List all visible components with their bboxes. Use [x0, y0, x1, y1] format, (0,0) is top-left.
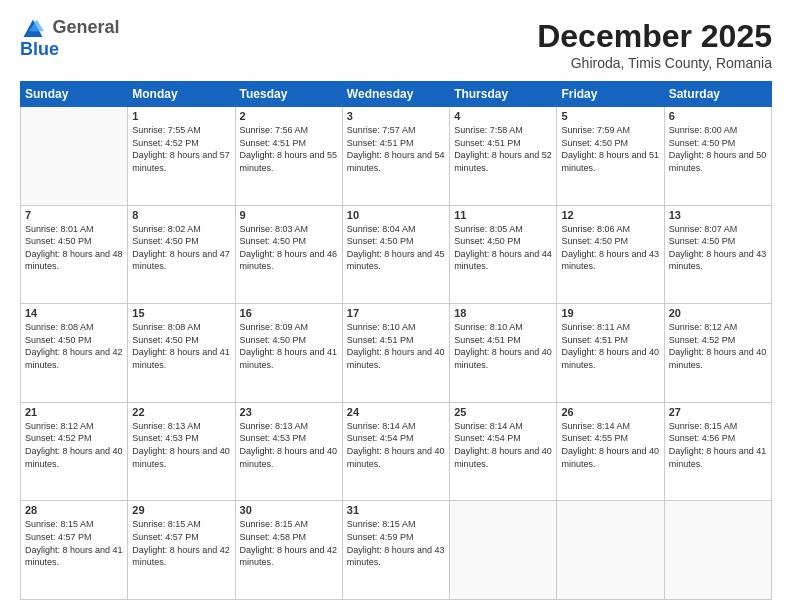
day-info: Sunrise: 7:59 AMSunset: 4:50 PMDaylight:… [561, 124, 659, 174]
week-row-2: 7Sunrise: 8:01 AMSunset: 4:50 PMDaylight… [21, 205, 772, 304]
day-info: Sunrise: 8:00 AMSunset: 4:50 PMDaylight:… [669, 124, 767, 174]
day-cell: 30Sunrise: 8:15 AMSunset: 4:58 PMDayligh… [235, 501, 342, 600]
day-number: 30 [240, 504, 338, 516]
day-info: Sunrise: 7:56 AMSunset: 4:51 PMDaylight:… [240, 124, 338, 174]
day-info: Sunrise: 8:15 AMSunset: 4:57 PMDaylight:… [25, 518, 123, 568]
day-info: Sunrise: 8:15 AMSunset: 4:59 PMDaylight:… [347, 518, 445, 568]
day-cell: 11Sunrise: 8:05 AMSunset: 4:50 PMDayligh… [450, 205, 557, 304]
col-header-friday: Friday [557, 82, 664, 107]
day-info: Sunrise: 8:10 AMSunset: 4:51 PMDaylight:… [454, 321, 552, 371]
day-number: 21 [25, 406, 123, 418]
day-info: Sunrise: 8:08 AMSunset: 4:50 PMDaylight:… [132, 321, 230, 371]
day-number: 14 [25, 307, 123, 319]
day-cell: 2Sunrise: 7:56 AMSunset: 4:51 PMDaylight… [235, 107, 342, 206]
logo-icon [22, 18, 44, 40]
day-info: Sunrise: 8:15 AMSunset: 4:56 PMDaylight:… [669, 420, 767, 470]
day-number: 26 [561, 406, 659, 418]
col-header-wednesday: Wednesday [342, 82, 449, 107]
week-row-5: 28Sunrise: 8:15 AMSunset: 4:57 PMDayligh… [21, 501, 772, 600]
day-info: Sunrise: 8:05 AMSunset: 4:50 PMDaylight:… [454, 223, 552, 273]
day-cell: 5Sunrise: 7:59 AMSunset: 4:50 PMDaylight… [557, 107, 664, 206]
col-header-sunday: Sunday [21, 82, 128, 107]
day-info: Sunrise: 8:13 AMSunset: 4:53 PMDaylight:… [132, 420, 230, 470]
logo: General Blue [20, 18, 120, 60]
day-cell: 10Sunrise: 8:04 AMSunset: 4:50 PMDayligh… [342, 205, 449, 304]
day-cell: 9Sunrise: 8:03 AMSunset: 4:50 PMDaylight… [235, 205, 342, 304]
day-cell [664, 501, 771, 600]
day-number: 31 [347, 504, 445, 516]
day-cell: 31Sunrise: 8:15 AMSunset: 4:59 PMDayligh… [342, 501, 449, 600]
day-cell: 4Sunrise: 7:58 AMSunset: 4:51 PMDaylight… [450, 107, 557, 206]
day-cell: 14Sunrise: 8:08 AMSunset: 4:50 PMDayligh… [21, 304, 128, 403]
location: Ghiroda, Timis County, Romania [537, 55, 772, 71]
logo-general: General [52, 17, 119, 37]
day-cell: 16Sunrise: 8:09 AMSunset: 4:50 PMDayligh… [235, 304, 342, 403]
day-cell: 25Sunrise: 8:14 AMSunset: 4:54 PMDayligh… [450, 402, 557, 501]
header: General Blue December 2025 Ghiroda, Timi… [20, 18, 772, 71]
day-number: 6 [669, 110, 767, 122]
day-cell: 19Sunrise: 8:11 AMSunset: 4:51 PMDayligh… [557, 304, 664, 403]
day-info: Sunrise: 8:15 AMSunset: 4:57 PMDaylight:… [132, 518, 230, 568]
day-cell: 13Sunrise: 8:07 AMSunset: 4:50 PMDayligh… [664, 205, 771, 304]
week-row-1: 1Sunrise: 7:55 AMSunset: 4:52 PMDaylight… [21, 107, 772, 206]
day-number: 12 [561, 209, 659, 221]
day-number: 24 [347, 406, 445, 418]
day-number: 8 [132, 209, 230, 221]
day-info: Sunrise: 8:08 AMSunset: 4:50 PMDaylight:… [25, 321, 123, 371]
day-info: Sunrise: 8:12 AMSunset: 4:52 PMDaylight:… [25, 420, 123, 470]
day-cell: 28Sunrise: 8:15 AMSunset: 4:57 PMDayligh… [21, 501, 128, 600]
day-number: 10 [347, 209, 445, 221]
day-cell: 24Sunrise: 8:14 AMSunset: 4:54 PMDayligh… [342, 402, 449, 501]
day-cell: 1Sunrise: 7:55 AMSunset: 4:52 PMDaylight… [128, 107, 235, 206]
day-cell [557, 501, 664, 600]
day-cell: 18Sunrise: 8:10 AMSunset: 4:51 PMDayligh… [450, 304, 557, 403]
col-header-monday: Monday [128, 82, 235, 107]
title-block: December 2025 Ghiroda, Timis County, Rom… [537, 18, 772, 71]
day-number: 2 [240, 110, 338, 122]
day-info: Sunrise: 8:14 AMSunset: 4:55 PMDaylight:… [561, 420, 659, 470]
day-info: Sunrise: 8:06 AMSunset: 4:50 PMDaylight:… [561, 223, 659, 273]
day-number: 28 [25, 504, 123, 516]
day-number: 27 [669, 406, 767, 418]
calendar-table: SundayMondayTuesdayWednesdayThursdayFrid… [20, 81, 772, 600]
day-info: Sunrise: 7:58 AMSunset: 4:51 PMDaylight:… [454, 124, 552, 174]
day-cell: 7Sunrise: 8:01 AMSunset: 4:50 PMDaylight… [21, 205, 128, 304]
day-info: Sunrise: 8:14 AMSunset: 4:54 PMDaylight:… [347, 420, 445, 470]
day-cell: 15Sunrise: 8:08 AMSunset: 4:50 PMDayligh… [128, 304, 235, 403]
day-cell: 27Sunrise: 8:15 AMSunset: 4:56 PMDayligh… [664, 402, 771, 501]
month-year: December 2025 [537, 18, 772, 55]
day-info: Sunrise: 8:02 AMSunset: 4:50 PMDaylight:… [132, 223, 230, 273]
day-number: 5 [561, 110, 659, 122]
day-number: 25 [454, 406, 552, 418]
day-cell [21, 107, 128, 206]
day-info: Sunrise: 8:03 AMSunset: 4:50 PMDaylight:… [240, 223, 338, 273]
day-number: 7 [25, 209, 123, 221]
day-number: 15 [132, 307, 230, 319]
col-header-saturday: Saturday [664, 82, 771, 107]
day-cell: 8Sunrise: 8:02 AMSunset: 4:50 PMDaylight… [128, 205, 235, 304]
day-info: Sunrise: 8:14 AMSunset: 4:54 PMDaylight:… [454, 420, 552, 470]
day-number: 16 [240, 307, 338, 319]
day-info: Sunrise: 8:10 AMSunset: 4:51 PMDaylight:… [347, 321, 445, 371]
day-number: 13 [669, 209, 767, 221]
day-cell: 29Sunrise: 8:15 AMSunset: 4:57 PMDayligh… [128, 501, 235, 600]
day-number: 1 [132, 110, 230, 122]
day-cell: 3Sunrise: 7:57 AMSunset: 4:51 PMDaylight… [342, 107, 449, 206]
logo-blue: Blue [20, 39, 59, 59]
day-info: Sunrise: 8:12 AMSunset: 4:52 PMDaylight:… [669, 321, 767, 371]
day-info: Sunrise: 8:13 AMSunset: 4:53 PMDaylight:… [240, 420, 338, 470]
day-info: Sunrise: 8:11 AMSunset: 4:51 PMDaylight:… [561, 321, 659, 371]
day-cell: 12Sunrise: 8:06 AMSunset: 4:50 PMDayligh… [557, 205, 664, 304]
day-number: 18 [454, 307, 552, 319]
day-number: 20 [669, 307, 767, 319]
day-cell: 20Sunrise: 8:12 AMSunset: 4:52 PMDayligh… [664, 304, 771, 403]
day-cell: 6Sunrise: 8:00 AMSunset: 4:50 PMDaylight… [664, 107, 771, 206]
day-info: Sunrise: 8:01 AMSunset: 4:50 PMDaylight:… [25, 223, 123, 273]
col-header-thursday: Thursday [450, 82, 557, 107]
day-number: 23 [240, 406, 338, 418]
day-info: Sunrise: 8:07 AMSunset: 4:50 PMDaylight:… [669, 223, 767, 273]
day-number: 4 [454, 110, 552, 122]
day-cell: 26Sunrise: 8:14 AMSunset: 4:55 PMDayligh… [557, 402, 664, 501]
day-number: 29 [132, 504, 230, 516]
day-cell: 22Sunrise: 8:13 AMSunset: 4:53 PMDayligh… [128, 402, 235, 501]
